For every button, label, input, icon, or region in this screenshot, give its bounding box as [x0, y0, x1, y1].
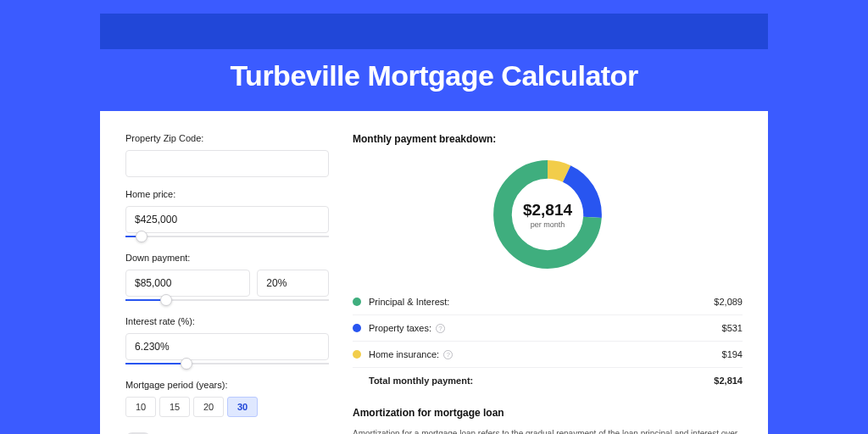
- period-button-15[interactable]: 15: [159, 397, 190, 417]
- legend-total-row: Total monthly payment:$2,814: [353, 368, 743, 393]
- legend-label: Home insurance:?: [369, 349, 722, 359]
- breakdown-title: Monthly payment breakdown:: [353, 133, 743, 145]
- zip-input[interactable]: [125, 150, 329, 177]
- form-column: Property Zip Code: Home price: Down paym…: [125, 133, 329, 434]
- mortgage-period-group: Mortgage period (years): 10152030: [125, 380, 329, 417]
- page-title: Turbeville Mortgage Calculator: [0, 59, 868, 92]
- home-price-group: Home price:: [125, 189, 329, 237]
- legend-label: Property taxes:?: [369, 323, 722, 333]
- home-price-label: Home price:: [125, 189, 329, 199]
- amortization-title: Amortization for mortgage loan: [353, 407, 743, 419]
- zip-label: Property Zip Code:: [125, 133, 329, 143]
- breakdown-column: Monthly payment breakdown: $2,814 per mo…: [353, 133, 743, 434]
- legend-dot: [353, 298, 361, 306]
- legend-row: Property taxes:?$531: [353, 315, 743, 342]
- zip-group: Property Zip Code:: [125, 133, 329, 177]
- legend-value: $194: [722, 349, 743, 359]
- donut-chart: $2,814 per month: [488, 155, 607, 274]
- legend-dot: [353, 350, 361, 359]
- interest-rate-label: Interest rate (%):: [125, 316, 329, 326]
- info-icon[interactable]: ?: [443, 350, 453, 359]
- legend-row: Principal & Interest:$2,089: [353, 289, 743, 315]
- down-payment-slider[interactable]: [125, 299, 329, 301]
- interest-rate-slider[interactable]: [125, 363, 329, 364]
- legend-value: $2,089: [714, 297, 743, 307]
- interest-rate-input[interactable]: [125, 333, 329, 360]
- amortization-text: Amortization for a mortgage loan refers …: [353, 427, 743, 434]
- calculator-card: Property Zip Code: Home price: Down paym…: [100, 111, 768, 434]
- home-price-slider[interactable]: [125, 236, 329, 237]
- total-label: Total monthly payment:: [369, 376, 714, 386]
- mortgage-period-label: Mortgage period (years):: [125, 380, 329, 390]
- legend-dot: [353, 324, 361, 332]
- down-payment-input[interactable]: [125, 270, 250, 297]
- home-price-input[interactable]: [125, 206, 329, 233]
- donut-amount: $2,814: [523, 201, 572, 220]
- legend-row: Home insurance:?$194: [353, 342, 743, 368]
- down-payment-pct-input[interactable]: [257, 270, 329, 297]
- legend-label: Principal & Interest:: [369, 297, 714, 307]
- header-band: [100, 14, 768, 49]
- period-button-30[interactable]: 30: [227, 397, 258, 417]
- period-button-10[interactable]: 10: [125, 397, 156, 417]
- down-payment-group: Down payment:: [125, 253, 329, 301]
- period-button-20[interactable]: 20: [193, 397, 224, 417]
- info-icon[interactable]: ?: [436, 324, 445, 333]
- down-payment-label: Down payment:: [125, 253, 329, 263]
- donut-sub: per month: [531, 220, 565, 229]
- interest-rate-group: Interest rate (%):: [125, 316, 329, 364]
- total-value: $2,814: [714, 376, 743, 386]
- legend-value: $531: [722, 323, 743, 333]
